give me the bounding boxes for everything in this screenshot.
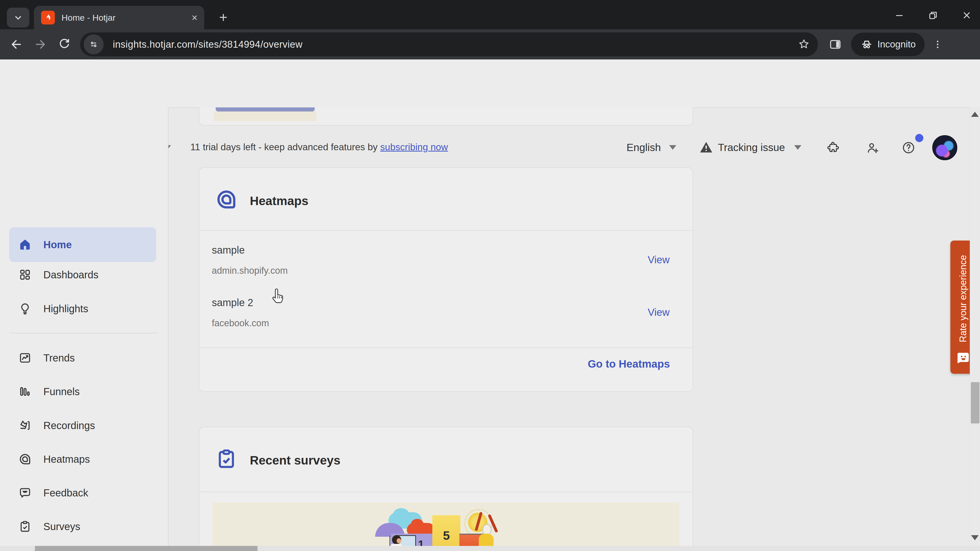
cut-off-button-glow <box>214 111 317 121</box>
vertical-scrollbar[interactable] <box>970 107 980 546</box>
sidebar-item-heatmaps[interactable]: Heatmaps <box>0 442 168 476</box>
recordings-icon <box>18 419 32 432</box>
sidebar-item-surveys[interactable]: Surveys <box>0 510 168 543</box>
heatmap-domain: admin.shopify.com <box>212 265 288 276</box>
vertical-scrollbar-thumb[interactable] <box>971 382 980 424</box>
go-to-heatmaps-link[interactable]: Go to Heatmaps <box>588 358 670 370</box>
scroll-up-arrow[interactable] <box>971 112 979 117</box>
tab-search-button[interactable] <box>7 8 29 27</box>
sidebar-item-label: Highlights <box>43 303 88 314</box>
chevron-down-icon <box>13 12 24 23</box>
heatmaps-icon <box>18 453 32 466</box>
dashboards-icon <box>18 268 32 281</box>
sidebar: Home Dashboards Highlights Trends Funnel… <box>0 107 169 546</box>
card-divider <box>199 230 693 230</box>
person-face <box>396 538 401 543</box>
browser-menu-icon[interactable] <box>932 38 943 51</box>
window-restore-button[interactable] <box>928 7 939 24</box>
hotjar-favicon-icon <box>41 11 55 24</box>
card-divider <box>199 348 693 348</box>
sidebar-item-dashboards[interactable]: Dashboards <box>0 258 168 292</box>
mouse-cursor <box>271 288 286 305</box>
help-icon[interactable] <box>901 141 916 155</box>
url-text[interactable]: insights.hotjar.com/sites/3814994/overvi… <box>113 39 302 50</box>
integrations-puzzle-icon[interactable] <box>827 141 841 155</box>
site-settings-icon[interactable] <box>84 35 103 54</box>
surveys-icon <box>18 520 32 533</box>
podium-number: 5 <box>432 529 460 543</box>
new-tab-button[interactable]: + <box>215 9 232 27</box>
sidebar-item-highlights[interactable]: Highlights <box>0 292 168 326</box>
view-link[interactable]: View <box>648 254 670 265</box>
scroll-down-arrow[interactable] <box>971 535 979 540</box>
view-link[interactable]: View <box>648 306 670 318</box>
sidebar-item-feedback[interactable]: Feedback <box>0 476 168 510</box>
heatmap-name[interactable]: sample <box>212 245 245 256</box>
smiley-bubble-icon <box>956 352 970 364</box>
heatmaps-card: Heatmaps sample admin.shopify.com View s… <box>199 167 693 392</box>
reload-button[interactable] <box>57 37 72 52</box>
url-bar[interactable]: insights.hotjar.com/sites/3814994/overvi… <box>80 32 818 56</box>
sidebar-item-label: Heatmaps <box>43 454 90 465</box>
sidebar-item-label: Dashboards <box>43 269 99 281</box>
sidebar-item-label: Trends <box>43 352 75 364</box>
heatmap-domain: facebook.com <box>212 318 269 329</box>
feedback-icon <box>18 486 32 499</box>
sidebar-item-label: Feedback <box>43 487 88 499</box>
lightbulb-icon <box>18 302 32 315</box>
sidebar-item-label: Surveys <box>43 521 80 532</box>
heatmaps-card-title: Heatmaps <box>250 194 308 208</box>
language-caret-icon[interactable] <box>669 145 676 150</box>
recent-surveys-card: Recent surveys 1 5 <box>199 427 693 551</box>
notification-dot <box>915 134 923 142</box>
incognito-label: Incognito <box>877 39 916 50</box>
heatmaps-card-icon <box>215 188 238 211</box>
trends-icon <box>18 351 32 365</box>
warning-icon <box>699 140 714 155</box>
incognito-icon <box>860 38 873 51</box>
tab-title: Home - Hotjar <box>62 13 116 23</box>
trial-banner: 11 trial days left - keep advanced featu… <box>190 142 448 152</box>
sidebar-item-trends[interactable]: Trends <box>0 341 168 375</box>
cut-off-button-bottom[interactable] <box>216 107 315 111</box>
sidebar-item-home[interactable]: Home <box>0 228 168 262</box>
card-divider <box>199 492 693 492</box>
invite-user-icon[interactable] <box>865 141 880 155</box>
window-close-button[interactable] <box>961 7 972 24</box>
back-button[interactable] <box>9 37 24 52</box>
surveys-illustration: 1 5 <box>212 503 679 551</box>
forward-button[interactable] <box>33 37 48 52</box>
incognito-badge: Incognito <box>851 33 924 56</box>
sidebar-item-label: Recordings <box>43 420 95 431</box>
sidebar-divider <box>9 333 158 333</box>
tracking-issue-caret-icon[interactable] <box>794 145 801 150</box>
bookmark-star-icon[interactable] <box>797 38 810 51</box>
sidebar-item-label: Funnels <box>43 386 80 397</box>
avatar[interactable] <box>932 135 957 160</box>
app-header: hotjar shopify 11 trial days left - keep… <box>0 59 980 108</box>
home-icon <box>18 238 32 251</box>
tracking-issue-label[interactable]: Tracking issue <box>718 141 785 154</box>
funnels-icon <box>18 385 32 398</box>
sidebar-item-label: Home <box>43 239 72 251</box>
sidebar-item-recordings[interactable]: Recordings <box>0 409 168 442</box>
language-selector[interactable]: English <box>627 141 661 154</box>
window-minimize-button[interactable] <box>894 7 905 24</box>
tab-close-button[interactable]: × <box>192 13 197 23</box>
browser-tab[interactable]: Home - Hotjar × <box>34 6 204 29</box>
surveys-card-icon <box>215 448 238 470</box>
surveys-card-title: Recent surveys <box>250 453 340 467</box>
browser-tab-strip: Home - Hotjar × + <box>0 0 980 29</box>
heatmap-name[interactable]: sample 2 <box>212 297 253 308</box>
horizontal-scrollbar-thumb[interactable] <box>35 546 258 551</box>
side-panel-icon[interactable] <box>829 38 842 51</box>
podium-block: 5 <box>432 515 460 551</box>
trial-text: 11 trial days left - keep advanced featu… <box>190 142 378 152</box>
sidebar-item-funnels[interactable]: Funnels <box>0 375 168 408</box>
browser-toolbar: insights.hotjar.com/sites/3814994/overvi… <box>0 29 980 59</box>
subscribe-link[interactable]: subscribing now <box>380 142 448 152</box>
